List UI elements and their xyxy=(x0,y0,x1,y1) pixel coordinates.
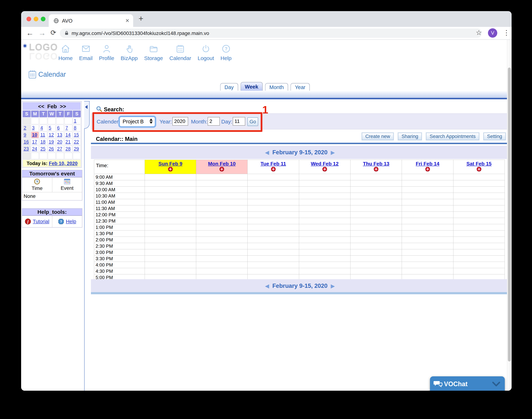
time-slot-cell[interactable] xyxy=(247,256,299,262)
time-slot-cell[interactable] xyxy=(402,199,453,205)
mini-calendar-cell[interactable]: 13 xyxy=(56,132,64,138)
next-month-button[interactable]: >> xyxy=(60,104,66,109)
time-slot-cell[interactable] xyxy=(453,186,505,193)
time-slot-cell[interactable] xyxy=(247,243,299,249)
menu-dots-icon[interactable]: ⋮ xyxy=(503,29,510,37)
add-appointment-icon[interactable] xyxy=(425,167,430,172)
day-link[interactable]: Wed Feb 12 xyxy=(311,161,338,167)
mini-calendar-cell[interactable]: 8 xyxy=(73,125,81,131)
tab-close-icon[interactable]: × xyxy=(125,17,129,24)
mini-calendar-cell[interactable]: 14 xyxy=(64,132,72,138)
tab-week[interactable]: Week xyxy=(241,82,263,91)
time-slot-cell[interactable] xyxy=(350,193,402,199)
time-slot-cell[interactable] xyxy=(196,243,247,249)
time-slot-cell[interactable] xyxy=(145,249,196,256)
time-slot-cell[interactable] xyxy=(402,268,453,274)
nav-item-calendar[interactable]: Calendar xyxy=(169,44,191,61)
mini-calendar-cell[interactable]: 23 xyxy=(23,146,31,152)
time-slot-cell[interactable] xyxy=(402,174,453,180)
time-slot-cell[interactable] xyxy=(145,205,196,212)
time-slot-cell[interactable] xyxy=(402,256,453,262)
mini-calendar-cell[interactable]: 25 xyxy=(39,146,47,152)
time-slot-cell[interactable] xyxy=(402,180,453,186)
time-slot-cell[interactable] xyxy=(402,186,453,193)
day-link[interactable]: Mon Feb 10 xyxy=(208,161,235,167)
time-slot-cell[interactable] xyxy=(145,180,196,186)
time-slot-cell[interactable] xyxy=(402,262,453,268)
time-slot-cell[interactable] xyxy=(145,199,196,205)
time-slot-cell[interactable] xyxy=(145,237,196,243)
mini-calendar-cell[interactable]: 4 xyxy=(39,125,47,131)
time-slot-cell[interactable] xyxy=(247,199,299,205)
vochat-widget[interactable]: VOChat xyxy=(430,376,505,391)
add-appointment-icon[interactable] xyxy=(168,167,173,172)
prev-week-icon[interactable]: ◀ xyxy=(265,149,269,156)
scrollbar-thumb[interactable] xyxy=(508,67,511,361)
time-slot-cell[interactable] xyxy=(299,256,350,262)
time-slot-cell[interactable] xyxy=(299,193,350,199)
setting-button[interactable]: Setting xyxy=(484,133,506,140)
mini-calendar-cell[interactable]: 6 xyxy=(56,125,64,131)
time-slot-cell[interactable] xyxy=(247,218,299,224)
tab-year[interactable]: Year xyxy=(291,83,310,91)
time-slot-cell[interactable] xyxy=(453,224,505,230)
time-slot-cell[interactable] xyxy=(299,218,350,224)
avatar[interactable]: V xyxy=(488,28,497,38)
time-slot-cell[interactable] xyxy=(299,237,350,243)
mini-calendar-cell[interactable]: 20 xyxy=(56,139,64,145)
add-appointment-icon[interactable] xyxy=(219,167,224,172)
day-link[interactable]: Thu Feb 13 xyxy=(363,161,389,167)
time-slot-cell[interactable] xyxy=(247,205,299,212)
time-slot-cell[interactable] xyxy=(453,256,505,262)
time-slot-cell[interactable] xyxy=(145,243,196,249)
time-slot-cell[interactable] xyxy=(196,205,247,212)
add-appointment-icon[interactable] xyxy=(322,167,327,172)
time-slot-cell[interactable] xyxy=(196,224,247,230)
time-slot-cell[interactable] xyxy=(453,205,505,212)
scrollbar-track[interactable] xyxy=(507,40,512,391)
add-appointment-icon[interactable] xyxy=(271,167,276,172)
time-slot-cell[interactable] xyxy=(402,218,453,224)
mini-calendar-cell[interactable]: 16 xyxy=(23,139,31,145)
time-slot-cell[interactable] xyxy=(402,224,453,230)
time-slot-cell[interactable] xyxy=(350,262,402,268)
add-appointment-icon[interactable] xyxy=(374,167,379,172)
time-slot-cell[interactable] xyxy=(453,262,505,268)
mini-calendar-cell[interactable]: 24 xyxy=(31,146,39,152)
time-slot-cell[interactable] xyxy=(350,212,402,218)
time-slot-cell[interactable] xyxy=(145,256,196,262)
time-slot-cell[interactable] xyxy=(196,230,247,237)
time-slot-cell[interactable] xyxy=(453,193,505,199)
mini-calendar-cell[interactable]: 17 xyxy=(31,139,39,145)
bookmark-star-icon[interactable]: ☆ xyxy=(476,29,482,37)
time-slot-cell[interactable] xyxy=(350,256,402,262)
time-slot-cell[interactable] xyxy=(350,218,402,224)
back-icon[interactable]: ← xyxy=(26,29,34,37)
mini-calendar-cell[interactable]: 1 xyxy=(73,118,81,124)
nav-item-storage[interactable]: Storage xyxy=(144,44,163,61)
time-slot-cell[interactable] xyxy=(402,193,453,199)
time-slot-cell[interactable] xyxy=(453,243,505,249)
time-slot-cell[interactable] xyxy=(196,249,247,256)
address-bar[interactable]: my.agnx.com/-/vo/SID600313304fokiuzokcl1… xyxy=(60,28,482,38)
nav-item-profile[interactable]: Profile xyxy=(99,44,114,61)
next-week-icon-bottom[interactable]: ▶ xyxy=(331,283,335,289)
time-slot-cell[interactable] xyxy=(299,199,350,205)
time-slot-cell[interactable] xyxy=(145,268,196,274)
mini-calendar-cell[interactable]: 27 xyxy=(56,146,64,152)
mini-calendar-cell[interactable]: 15 xyxy=(73,132,81,138)
mini-calendar-cell[interactable]: 28 xyxy=(64,146,72,152)
mini-calendar-cell[interactable]: 21 xyxy=(64,139,72,145)
sidebar-collapse-handle[interactable] xyxy=(84,101,90,129)
time-slot-cell[interactable] xyxy=(350,180,402,186)
time-slot-cell[interactable] xyxy=(299,249,350,256)
time-slot-cell[interactable] xyxy=(350,174,402,180)
tab-month[interactable]: Month xyxy=(265,83,288,91)
nav-item-email[interactable]: Email xyxy=(79,44,93,61)
day-link[interactable]: Sat Feb 15 xyxy=(467,161,492,167)
time-slot-cell[interactable] xyxy=(247,212,299,218)
create-new-button[interactable]: Create new xyxy=(362,133,394,140)
time-slot-cell[interactable] xyxy=(402,243,453,249)
mini-calendar-cell[interactable]: 22 xyxy=(73,139,81,145)
time-slot-cell[interactable] xyxy=(402,249,453,256)
